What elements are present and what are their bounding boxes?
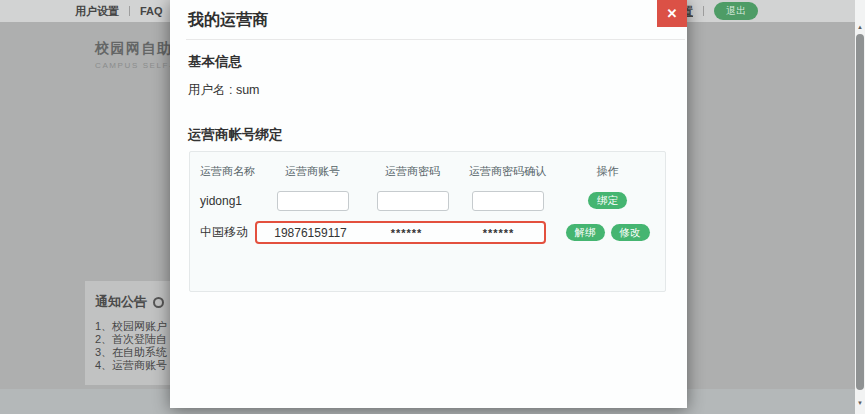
notice-item: 1、校园网账户 [95, 320, 167, 333]
table-header-row: 运营商名称 运营商账号 运营商密码 运营商密码确认 操作 [200, 162, 655, 180]
title-divider [186, 39, 685, 40]
col-operator-password: 运营商密码 [370, 164, 455, 179]
nav-faq[interactable]: FAQ [140, 5, 163, 17]
scroll-down-icon[interactable]: ▼ [855, 398, 865, 408]
bind-button[interactable]: 绑定 [588, 192, 627, 209]
col-actions: 操作 [560, 164, 655, 179]
binding-table-panel: 运营商名称 运营商账号 运营商密码 运营商密码确认 操作 yidong1 绑定 … [189, 151, 666, 292]
highlighted-credentials-box: 19876159117 ****** ****** [255, 221, 546, 244]
speaker-icon [153, 297, 164, 308]
table-row: 中国移动 19876159117 ****** ****** 解绑 修改 [200, 219, 655, 246]
binding-heading: 运营商帐号绑定 [188, 126, 687, 144]
unbind-button[interactable]: 解绑 [566, 224, 605, 241]
operator-name: yidong1 [200, 194, 255, 208]
notice-title-row: 通知公告 [95, 293, 164, 311]
navbar-left: 用户设置 FAQ [75, 0, 163, 22]
col-operator-password-confirm: 运营商密码确认 [455, 164, 560, 179]
notice-item: 2、首次登陆自 [95, 333, 167, 346]
notice-item: 3、在自助系统 [95, 346, 167, 359]
modal-title: 我的运营商 [188, 11, 268, 28]
modal-titlebar: 我的运营商 ✕ [170, 0, 687, 39]
username-line: 用户名 : sum [188, 82, 687, 99]
password-confirm-input[interactable] [472, 191, 544, 211]
basic-info-heading: 基本信息 [188, 53, 687, 71]
notice-item: 4、运营商账号 [95, 359, 167, 372]
nav-divider [703, 6, 704, 16]
account-value: 19876159117 [257, 226, 364, 240]
col-operator-account: 运营商账号 [255, 164, 370, 179]
logout-button[interactable]: 退出 [714, 2, 758, 20]
page-scrollbar[interactable]: ▲ ▼ [855, 0, 865, 414]
table-row: yidong1 绑定 [200, 187, 655, 214]
notice-title: 通知公告 [95, 293, 147, 311]
close-icon[interactable]: ✕ [657, 0, 687, 27]
scrollbar-thumb[interactable] [856, 34, 864, 390]
password-masked: ****** [364, 227, 449, 239]
col-operator-name: 运营商名称 [200, 164, 255, 179]
notice-list: 1、校园网账户 2、首次登陆自 3、在自助系统 4、运营商账号 [95, 320, 167, 372]
nav-user-settings[interactable]: 用户设置 [75, 4, 119, 19]
navbar-right: 置 退出 [682, 0, 758, 22]
nav-divider [129, 6, 130, 16]
page: 用户设置 FAQ 置 退出 校园网自助服务 CAMPUS SELF-SERVIC… [0, 0, 865, 414]
account-input[interactable] [277, 191, 349, 211]
modify-button[interactable]: 修改 [611, 224, 650, 241]
my-operator-modal: 我的运营商 ✕ 基本信息 用户名 : sum 运营商帐号绑定 运营商名称 运营商… [170, 0, 687, 408]
scroll-up-icon[interactable]: ▲ [855, 22, 865, 32]
operator-name: 中国移动 [200, 224, 255, 241]
password-confirm-masked: ****** [449, 227, 548, 239]
password-input[interactable] [377, 191, 449, 211]
